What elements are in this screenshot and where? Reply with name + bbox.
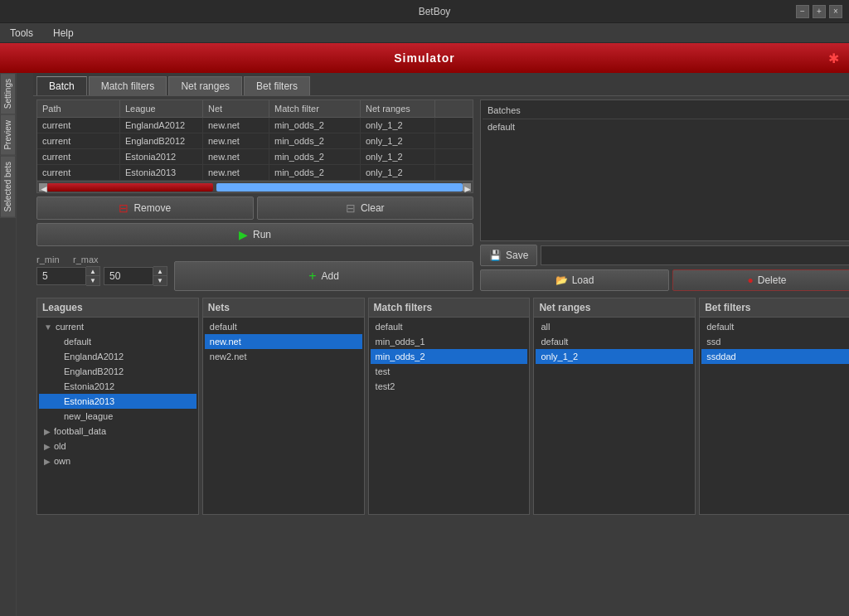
- table-row[interactable]: current EnglandA2012 new.net min_odds_2 …: [37, 118, 473, 133]
- scroll-thumb[interactable]: [47, 183, 213, 192]
- right-panel: Batches default 💾 Save 📂 Load: [477, 96, 849, 294]
- list-item[interactable]: ▶own: [39, 454, 196, 468]
- list-item-label: min_odds_2: [376, 352, 425, 361]
- list-item[interactable]: EnglandA2012: [39, 349, 196, 364]
- col-path: Path: [37, 100, 120, 117]
- leagues-body: ▼currentdefaultEnglandA2012EnglandB2012E…: [37, 318, 198, 514]
- list-item-label: EnglandA2012: [64, 352, 124, 361]
- col-net-ranges: Net ranges: [361, 100, 435, 117]
- list-item[interactable]: Estonia2013: [39, 394, 196, 409]
- r-min-up-arrow[interactable]: ▲: [86, 267, 99, 276]
- list-item[interactable]: ▶football_data: [39, 424, 196, 439]
- scroll-track[interactable]: ◄ ►: [37, 181, 473, 192]
- list-item-label: test2: [376, 381, 395, 391]
- list-item[interactable]: only_1_2: [536, 349, 693, 364]
- tree-arrow: ▶: [44, 442, 51, 451]
- list-item[interactable]: Estonia2012: [39, 379, 196, 394]
- tab-net-ranges[interactable]: Net ranges: [168, 76, 242, 95]
- simulator-title: Simulator: [394, 51, 455, 65]
- r-max-input[interactable]: [104, 267, 153, 285]
- r-min-label: r_min: [36, 255, 70, 264]
- simulator-icon: ✱: [828, 51, 839, 66]
- main-tabs: Batch Match filters Net ranges Bet filte…: [33, 73, 849, 96]
- net_ranges-body: alldefaultonly_1_2: [534, 318, 695, 514]
- settings-tab[interactable]: Settings: [0, 73, 16, 114]
- list-item[interactable]: default: [701, 319, 849, 334]
- tab-batch[interactable]: Batch: [36, 76, 87, 95]
- bet_filters-panel: Bet filtersdefaultssdssddad: [699, 298, 849, 515]
- add-button[interactable]: + Add: [174, 261, 473, 291]
- remove-button[interactable]: ⊟ Remove: [36, 196, 254, 220]
- list-item[interactable]: new.net: [205, 334, 362, 349]
- list-item[interactable]: default: [371, 319, 528, 334]
- save-button[interactable]: 💾 Save: [480, 245, 537, 266]
- r-max-down-arrow[interactable]: ▼: [153, 276, 167, 285]
- clear-button[interactable]: ⊟ Clear: [257, 196, 474, 220]
- table-row[interactable]: current EnglandB2012 new.net min_odds_2 …: [37, 133, 473, 149]
- minimize-button[interactable]: −: [796, 5, 809, 18]
- list-item[interactable]: new2.net: [205, 349, 362, 364]
- match_filters-panel: Match filtersdefaultmin_odds_1min_odds_2…: [368, 298, 531, 515]
- list-item[interactable]: test2: [371, 379, 528, 394]
- col-net: Net: [203, 100, 269, 117]
- save-row: 💾 Save: [480, 245, 849, 266]
- scroll-left-arrow[interactable]: ◄: [39, 183, 47, 192]
- col-league: League: [120, 100, 203, 117]
- nets-body: defaultnew.netnew2.net: [203, 318, 364, 514]
- list-item[interactable]: ▶old: [39, 439, 196, 454]
- list-item-label: Estonia2012: [64, 381, 114, 391]
- batch-table-header: Path League Net Match filter Net ranges: [37, 100, 473, 118]
- delete-button[interactable]: ● Delete: [672, 269, 849, 291]
- r-max-spinner[interactable]: ▲ ▼: [104, 266, 167, 286]
- list-item[interactable]: test: [371, 364, 528, 379]
- list-item-label: EnglandB2012: [64, 366, 124, 376]
- list-item[interactable]: EnglandB2012: [39, 364, 196, 379]
- list-item[interactable]: ▼current: [39, 319, 196, 334]
- batches-default-item[interactable]: default: [483, 119, 849, 134]
- list-item[interactable]: ssddad: [701, 349, 849, 364]
- net_ranges-panel: Net rangesalldefaultonly_1_2: [533, 298, 696, 515]
- menu-tools[interactable]: Tools: [7, 26, 36, 41]
- batch-name-input[interactable]: [541, 245, 849, 265]
- batches-header: Batches: [483, 102, 849, 119]
- preview-tab[interactable]: Preview: [0, 114, 16, 156]
- run-button[interactable]: ▶ Run: [36, 223, 473, 246]
- load-button[interactable]: 📂 Load: [480, 269, 669, 291]
- run-icon: ▶: [239, 228, 248, 241]
- table-row[interactable]: current Estonia2013 new.net min_odds_2 o…: [37, 165, 473, 181]
- tab-bet-filters[interactable]: Bet filters: [244, 76, 310, 95]
- title-bar: BetBoy − + ×: [0, 0, 849, 23]
- scroll-right-arrow[interactable]: ►: [463, 183, 471, 192]
- list-item[interactable]: default: [536, 334, 693, 349]
- list-item-label: old: [54, 441, 66, 451]
- list-item[interactable]: all: [536, 319, 693, 334]
- list-item[interactable]: ssd: [701, 334, 849, 349]
- list-item-label: test: [376, 366, 391, 376]
- list-item[interactable]: min_odds_2: [371, 349, 528, 364]
- remove-icon: ⊟: [119, 201, 129, 215]
- table-row[interactable]: current Estonia2012 new.net min_odds_2 o…: [37, 149, 473, 165]
- list-item[interactable]: default: [39, 334, 196, 349]
- add-icon: +: [308, 269, 316, 284]
- tab-match-filters[interactable]: Match filters: [89, 76, 167, 95]
- window-controls[interactable]: − + ×: [796, 5, 842, 18]
- load-delete-row: 📂 Load ● Delete: [480, 269, 849, 291]
- list-item[interactable]: min_odds_1: [371, 334, 528, 349]
- maximize-button[interactable]: +: [813, 5, 826, 18]
- list-item[interactable]: new_league: [39, 409, 196, 424]
- nets-panel: Netsdefaultnew.netnew2.net: [202, 298, 365, 515]
- r-min-down-arrow[interactable]: ▼: [86, 276, 99, 285]
- r-max-up-arrow[interactable]: ▲: [153, 267, 167, 276]
- r-min-input[interactable]: [36, 267, 86, 285]
- save-icon: 💾: [489, 250, 502, 261]
- scroll-track-right[interactable]: [216, 183, 463, 192]
- r-min-spinner[interactable]: ▲ ▼: [36, 266, 100, 286]
- menu-help[interactable]: Help: [50, 26, 77, 41]
- net_ranges-header: Net ranges: [534, 298, 695, 318]
- selected-bets-tab[interactable]: Selected bets: [0, 156, 16, 218]
- close-button[interactable]: ×: [829, 5, 842, 18]
- list-item[interactable]: default: [205, 319, 362, 334]
- list-item-label: min_odds_1: [376, 337, 425, 347]
- list-item-label: new_league: [64, 411, 113, 421]
- list-item-label: new.net: [210, 337, 241, 347]
